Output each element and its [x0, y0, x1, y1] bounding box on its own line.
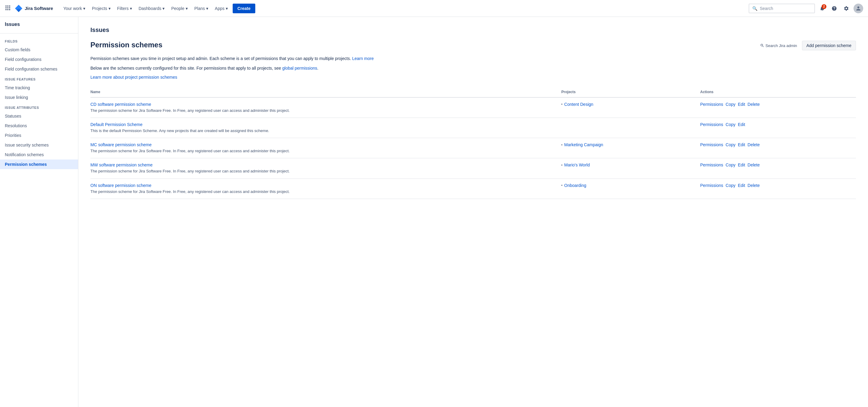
help-button[interactable]	[830, 4, 839, 13]
scheme-description: This is the default Permission Scheme. A…	[90, 128, 554, 133]
svg-point-8	[9, 9, 10, 10]
sidebar-item-field-configurations[interactable]: Field configurations	[0, 55, 78, 64]
action-edit-link[interactable]: Edit	[738, 142, 745, 147]
scheme-name-link[interactable]: ON software permission scheme	[90, 183, 151, 188]
sidebar-item-statuses[interactable]: Statuses	[0, 111, 78, 121]
action-edit-link[interactable]: Edit	[738, 122, 745, 127]
scheme-projects: •Content Design	[558, 97, 697, 118]
table-row: MW software permission schemeThe permiss…	[90, 158, 856, 179]
table-row: ON software permission schemeThe permiss…	[90, 179, 856, 199]
scheme-description: The permission scheme for Jira Software …	[90, 168, 554, 174]
svg-point-6	[5, 9, 7, 10]
svg-point-4	[7, 7, 8, 8]
sidebar-item-permission-schemes[interactable]: Permission schemes	[0, 159, 78, 169]
chevron-down-icon: ▾	[206, 6, 208, 11]
description-line1: Permission schemes save you time in proj…	[90, 55, 856, 62]
scheme-name-link[interactable]: Default Permission Scheme	[90, 122, 143, 127]
nav-filters[interactable]: Filters ▾	[114, 4, 135, 13]
sidebar-item-notification-schemes[interactable]: Notification schemes	[0, 150, 78, 159]
scheme-actions: PermissionsCopyEditDelete	[696, 138, 856, 158]
col-actions: Actions	[696, 87, 856, 97]
scheme-actions: PermissionsCopyEdit	[696, 118, 856, 138]
project-item: •Marketing Campaign	[561, 142, 693, 147]
sidebar-section-issue-features: ISSUE FEATURES	[0, 74, 78, 83]
action-delete-link[interactable]: Delete	[747, 102, 760, 107]
col-projects: Projects	[558, 87, 697, 97]
sidebar-item-issue-linking[interactable]: Issue linking	[0, 93, 78, 102]
search-placeholder: Search	[760, 6, 773, 11]
create-button[interactable]: Create	[233, 4, 255, 13]
search-icon: 🔍	[752, 6, 757, 11]
learn-more-inline-link[interactable]: Learn more	[352, 56, 374, 61]
sidebar-item-time-tracking[interactable]: Time tracking	[0, 83, 78, 93]
project-bullet: •	[561, 143, 563, 147]
action-copy-link[interactable]: Copy	[726, 122, 736, 127]
project-link[interactable]: Onboarding	[564, 183, 586, 188]
action-copy-link[interactable]: Copy	[726, 142, 736, 147]
sidebar-item-priorities[interactable]: Priorities	[0, 130, 78, 140]
action-copy-link[interactable]: Copy	[726, 102, 736, 107]
action-delete-link[interactable]: Delete	[747, 183, 760, 188]
global-permissions-link[interactable]: global permissions	[282, 66, 317, 70]
add-permission-scheme-button[interactable]: Add permission scheme	[802, 41, 856, 50]
action-permissions-link[interactable]: Permissions	[700, 142, 723, 147]
learn-more-project-link[interactable]: Learn more about project permission sche…	[90, 75, 177, 80]
topnav: Jira Software Your work ▾ Projects ▾ Fil…	[0, 0, 868, 17]
scheme-actions: PermissionsCopyEditDelete	[696, 97, 856, 118]
nav-projects[interactable]: Projects ▾	[89, 4, 114, 13]
scheme-projects: •Marketing Campaign	[558, 138, 697, 158]
nav-apps[interactable]: Apps ▾	[212, 4, 231, 13]
nav-plans[interactable]: Plans ▾	[191, 4, 211, 13]
action-permissions-link[interactable]: Permissions	[700, 162, 723, 167]
settings-button[interactable]	[841, 4, 851, 13]
svg-point-5	[9, 7, 10, 8]
grid-icon[interactable]	[5, 5, 11, 12]
notifications-button[interactable]: 2	[817, 4, 827, 13]
scheme-name-link[interactable]: MW software permission scheme	[90, 162, 153, 167]
table-row: MC software permission schemeThe permiss…	[90, 138, 856, 158]
svg-point-3	[5, 7, 7, 8]
sidebar-item-issue-security-schemes[interactable]: Issue security schemes	[0, 140, 78, 150]
nav-dashboards[interactable]: Dashboards ▾	[135, 4, 168, 13]
project-item: •Onboarding	[561, 183, 693, 188]
search-jira-admin-link[interactable]: Search Jira admin	[760, 43, 797, 48]
jira-logo[interactable]: Jira Software	[14, 4, 53, 13]
nav-your-work[interactable]: Your work ▾	[60, 4, 88, 13]
project-item: •Mario's World	[561, 162, 693, 167]
action-delete-link[interactable]: Delete	[747, 142, 760, 147]
topnav-right: 🔍 Search 2	[749, 4, 863, 13]
chevron-down-icon: ▾	[130, 6, 132, 11]
user-avatar[interactable]	[854, 4, 863, 13]
action-edit-link[interactable]: Edit	[738, 183, 745, 188]
svg-point-0	[5, 5, 7, 7]
svg-point-2	[9, 5, 10, 7]
nav-people[interactable]: People ▾	[168, 4, 191, 13]
sidebar-item-resolutions[interactable]: Resolutions	[0, 121, 78, 130]
chevron-down-icon: ▾	[186, 6, 188, 11]
action-edit-link[interactable]: Edit	[738, 102, 745, 107]
svg-point-1	[7, 5, 8, 7]
sidebar-item-custom-fields[interactable]: Custom fields	[0, 45, 78, 55]
project-link[interactable]: Mario's World	[564, 162, 590, 167]
action-copy-link[interactable]: Copy	[726, 162, 736, 167]
scheme-name-link[interactable]: MC software permission scheme	[90, 142, 152, 147]
project-bullet: •	[561, 163, 563, 167]
chevron-down-icon: ▾	[108, 6, 111, 11]
table-row: Default Permission SchemeThis is the def…	[90, 118, 856, 138]
logo-text: Jira Software	[25, 6, 53, 11]
search-bar[interactable]: 🔍 Search	[749, 4, 815, 13]
project-item: •Content Design	[561, 102, 693, 107]
action-permissions-link[interactable]: Permissions	[700, 183, 723, 188]
scheme-description: The permission scheme for Jira Software …	[90, 108, 554, 113]
scheme-name-link[interactable]: CD software permission scheme	[90, 102, 151, 107]
sidebar-item-field-config-schemes[interactable]: Field configuration schemes	[0, 64, 78, 74]
project-link[interactable]: Content Design	[564, 102, 593, 107]
section-title: Permission schemes	[90, 41, 162, 49]
content-header: Permission schemes Search Jira admin Add…	[90, 41, 856, 50]
action-permissions-link[interactable]: Permissions	[700, 102, 723, 107]
project-link[interactable]: Marketing Campaign	[564, 142, 603, 147]
action-delete-link[interactable]: Delete	[747, 162, 760, 167]
action-permissions-link[interactable]: Permissions	[700, 122, 723, 127]
action-copy-link[interactable]: Copy	[726, 183, 736, 188]
action-edit-link[interactable]: Edit	[738, 162, 745, 167]
